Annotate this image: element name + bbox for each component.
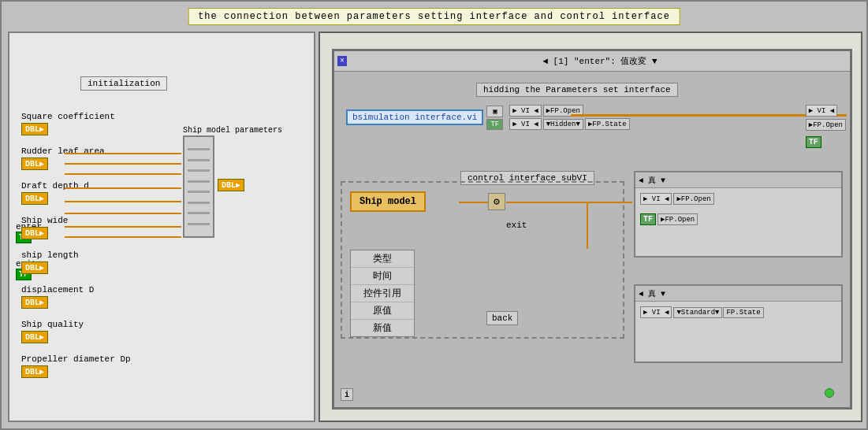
close-icon[interactable]: × <box>337 56 347 66</box>
wire-ship-gear <box>459 202 488 203</box>
ship-wide-dbl: DBL▶ <box>21 227 48 239</box>
draft-label: Draft depth d <box>21 181 131 191</box>
wire-quality <box>65 226 181 228</box>
main-title: the connection between parameters settin… <box>188 8 680 25</box>
hidden-box: ▼Hidden▼ <box>543 119 583 130</box>
square-coeff-label: Square coefficient <box>21 112 131 121</box>
wire-disp <box>65 213 181 214</box>
displacement-label: displacement D <box>21 285 131 295</box>
small-box-1: ▣ <box>486 106 503 117</box>
sub-panel-bottom: ◄ 真 ▼ ▶ VI ◀ ▼Standard▼ FP.State <box>634 284 843 363</box>
param-ship-length: ship length DBL▶ <box>21 250 131 274</box>
param-ship-quality: Ship quality DBL▶ <box>21 320 131 343</box>
sub-panel-top-content: ▶ VI ◀ ▶FP.Open TF ▶FP.Open <box>635 188 841 230</box>
cluster-box <box>183 135 214 238</box>
init-label: initialization <box>80 76 167 91</box>
param-square-coeff: Square coefficient DBL▶ <box>21 112 131 135</box>
wire-gear-right <box>506 202 632 203</box>
param-rudder: Rudder leaf area DBL▶ <box>21 146 131 170</box>
draft-dbl: DBL▶ <box>21 192 48 205</box>
hidding-label: hidding the Parameters set interface <box>476 83 678 97</box>
left-panel: initialization enter TF exit TF Square c… <box>8 32 315 422</box>
sub-panel-bottom-bar: ◄ 真 ▼ <box>635 286 841 302</box>
param-displacement: displacement D DBL▶ <box>21 285 131 309</box>
green-stop-button[interactable] <box>825 388 834 398</box>
square-coeff-dbl: DBL▶ <box>21 123 48 135</box>
sim-vi-row: bsimulation interface.vi ▣ TF ▶ VI ◀ ▶FP… <box>346 105 630 130</box>
ship-length-dbl: DBL▶ <box>21 261 48 274</box>
sub-vi-block-2: ▶ VI ◀ <box>640 306 672 318</box>
propeller-label: Propeller diameter Dp <box>21 354 131 364</box>
cluster-output: DBL▶ <box>218 179 244 191</box>
rudder-dbl: DBL▶ <box>21 158 48 170</box>
vi-block-far-1: ▶ VI ◀ <box>806 105 837 117</box>
tf-box-far: TF <box>806 136 821 148</box>
right-panel: × ◄ [1] "enter": 值改変 ▼ hidding the Param… <box>319 32 862 422</box>
dashed-border-ctrl <box>341 181 624 339</box>
sub-fp-state-2: FP.State <box>723 307 763 318</box>
ship-quality-label: Ship quality <box>21 320 131 329</box>
cluster-label: Ship model parameters <box>183 126 282 135</box>
true-arrow-top: ◄ 真 ▼ <box>639 175 665 186</box>
ship-quality-dbl: DBL▶ <box>21 331 48 343</box>
fp-state-1: ▶FP.State <box>585 118 630 130</box>
propeller-dbl: DBL▶ <box>21 365 48 378</box>
wire-square <box>65 153 181 154</box>
vi-block-2: ▶ VI ◀ <box>509 118 541 130</box>
sub-vi-block-1: ▶ VI ◀ <box>640 193 672 205</box>
vi-block-1: ▶ VI ◀ <box>509 105 541 117</box>
sub-standard-box: ▼Standard▼ <box>673 307 722 318</box>
fp-open-far: ▶FP.Open <box>806 119 846 131</box>
wire-rudder <box>65 163 181 165</box>
sub-tf-1: TF <box>640 213 656 225</box>
wire-v-top <box>587 202 588 249</box>
sim-vi-box[interactable]: bsimulation interface.vi <box>346 109 483 125</box>
ship-length-label: ship length <box>21 250 131 260</box>
param-propeller: Propeller diameter Dp DBL▶ <box>21 354 131 378</box>
ship-wide-label: Ship wide <box>21 216 131 225</box>
small-box-2: TF <box>486 119 503 130</box>
wire-prop <box>65 236 181 238</box>
wire-wide <box>65 187 181 189</box>
sub-panel-bottom-content: ▶ VI ◀ ▼Standard▼ FP.State <box>635 302 841 323</box>
cluster-dbl-tag: DBL▶ <box>218 179 244 191</box>
wire-length <box>65 201 181 202</box>
sub-fp-open-2: ▶FP.Open <box>658 213 698 225</box>
sub-fp-open-1: ▶FP.Open <box>673 193 713 205</box>
sub-vi-content: ▶ VI ◀ ▶FP.Open TF ▶FP.Open <box>640 193 714 225</box>
sub-bottom-vi: ▶ VI ◀ ▼Standard▼ FP.State <box>640 306 764 318</box>
main-container: the connection between parameters settin… <box>0 0 868 430</box>
sub-panel-top-bar: ◄ 真 ▼ <box>635 172 841 188</box>
wire-draft <box>65 173 181 175</box>
true-arrow-bottom: ◄ 真 ▼ <box>639 288 665 299</box>
rudder-label: Rudder leaf area <box>21 146 131 156</box>
inner-panel: × ◄ [1] "enter": 值改変 ▼ hidding the Param… <box>332 49 852 410</box>
far-right-vi: ▶ VI ◀ ▶FP.Open TF <box>806 105 846 148</box>
topbar-label: ◄ [1] "enter": 值改変 ▼ <box>353 55 847 67</box>
info-icon[interactable]: i <box>341 388 353 401</box>
inner-topbar: × ◄ [1] "enter": 值改変 ▼ <box>334 51 850 72</box>
sub-panel-top: ◄ 真 ▼ ▶ VI ◀ ▶FP.Open TF ▶FP.Open <box>634 171 843 258</box>
displacement-dbl: DBL▶ <box>21 296 48 309</box>
